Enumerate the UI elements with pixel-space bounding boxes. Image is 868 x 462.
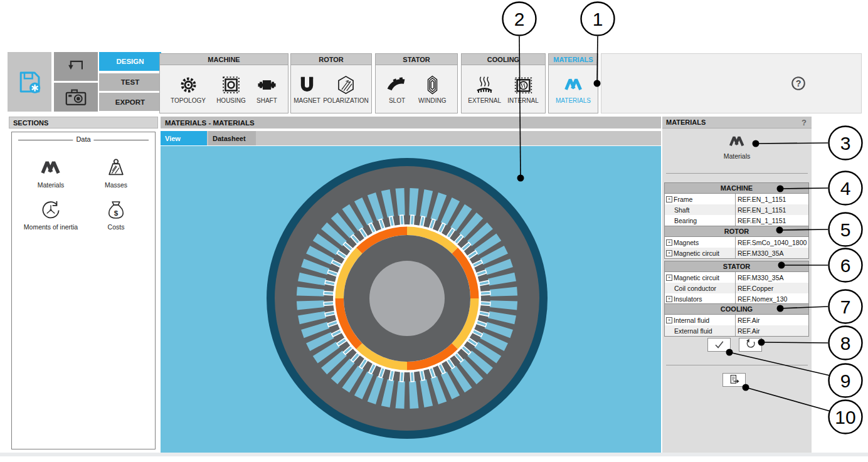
toolbar-group-cooling: COOLINGEXTERNALINTERNAL bbox=[461, 53, 546, 113]
row-label: External fluid bbox=[674, 327, 712, 335]
help-button[interactable]: ? bbox=[789, 74, 808, 93]
row-value: REF.EN_1_1151 bbox=[735, 215, 808, 226]
export-button[interactable] bbox=[722, 373, 746, 387]
material-row-external-fluid[interactable]: External fluidREF.Air bbox=[665, 325, 808, 336]
data-group: Data MaterialsMassesMoments of inertia$C… bbox=[18, 140, 149, 140]
masses-icon bbox=[105, 157, 127, 179]
mode-tab-test[interactable]: TEST bbox=[99, 73, 161, 91]
tab-datasheet[interactable]: Datasheet bbox=[208, 131, 256, 145]
cooling-materials-table: COOLING+Internal fluidREF.AirExternal fl… bbox=[664, 303, 809, 337]
shaft-toolbar-item[interactable]: SHAFT bbox=[257, 75, 277, 104]
callout-number: 7 bbox=[840, 297, 851, 317]
toolbar-item-label: HOUSING bbox=[216, 97, 246, 104]
application-window: DESIGNTESTEXPORT MACHINETOPOLOGYHOUSINGS… bbox=[0, 0, 868, 462]
sections-item-costs[interactable]: $Costs bbox=[83, 199, 149, 231]
callout-circle bbox=[829, 327, 862, 360]
material-row-insulators[interactable]: +InsulatorsREF.Nomex_130 bbox=[665, 293, 808, 304]
camera-icon bbox=[64, 85, 88, 109]
row-value: REF.M330_35A bbox=[735, 248, 808, 258]
expand-icon[interactable]: + bbox=[666, 296, 672, 302]
table-title: STATOR bbox=[665, 261, 808, 272]
material-row-magnets[interactable]: +MagnetsREF.SmCo_1040_1800 bbox=[665, 237, 808, 248]
cooling-external-icon bbox=[474, 75, 495, 95]
table-title: ROTOR bbox=[665, 226, 808, 237]
tab-view[interactable]: View bbox=[161, 131, 207, 145]
table-title: COOLING bbox=[665, 304, 808, 315]
callout-circle bbox=[829, 364, 862, 397]
toolbar-item-label: TOPOLOGY bbox=[171, 97, 206, 104]
slot-toolbar-item[interactable]: SLOT bbox=[387, 75, 408, 104]
material-row-magnetic-circuit[interactable]: +Magnetic circuitREF.M330_35A bbox=[665, 272, 808, 283]
row-value: REF.M330_35A bbox=[735, 272, 808, 283]
inertia-icon bbox=[40, 199, 62, 221]
toolbar-group-rotor: ROTORMAGNETPOLARIZATION bbox=[290, 53, 372, 113]
row-value: REF.EN_1_1151 bbox=[735, 194, 808, 204]
mode-tab-design[interactable]: DESIGN bbox=[99, 52, 161, 71]
shaft-icon bbox=[257, 75, 277, 95]
sections-item-masses[interactable]: Masses bbox=[83, 157, 149, 189]
row-value: REF.Nomex_130 bbox=[735, 293, 808, 304]
callout-number: 2 bbox=[514, 9, 525, 29]
svg-text:?: ? bbox=[796, 78, 802, 88]
callout-number: 6 bbox=[840, 255, 851, 276]
materials-icon bbox=[563, 75, 584, 95]
winding-toolbar-item[interactable]: WINDING bbox=[418, 75, 446, 104]
panel-materials-icon: Materials bbox=[662, 133, 812, 160]
divider bbox=[666, 173, 808, 174]
row-label: Internal fluid bbox=[674, 317, 709, 324]
materials-dark-icon bbox=[728, 133, 746, 150]
return-button[interactable] bbox=[54, 52, 98, 81]
material-row-bearing[interactable]: BearingREF.EN_1_1151 bbox=[665, 215, 808, 226]
shaft bbox=[369, 261, 445, 336]
snapshot-button[interactable] bbox=[54, 83, 98, 112]
costs-icon: $ bbox=[105, 199, 127, 221]
expand-icon[interactable]: + bbox=[666, 196, 672, 202]
sections-item-materials[interactable]: Materials bbox=[18, 157, 83, 189]
material-row-magnetic-circuit[interactable]: +Magnetic circuitREF.M330_35A bbox=[665, 248, 808, 258]
mode-tab-export[interactable]: EXPORT bbox=[99, 93, 161, 111]
callout-number: 1 bbox=[593, 9, 603, 29]
callout-circle bbox=[581, 3, 615, 36]
view-title-bar: MATERIALS - MATERIALS bbox=[161, 117, 661, 129]
panel-help-button[interactable]: ? bbox=[802, 118, 807, 127]
material-row-shaft[interactable]: ShaftREF.EN_1_1151 bbox=[665, 204, 808, 215]
toolbar-item-label: WINDING bbox=[418, 97, 446, 104]
check-icon bbox=[712, 338, 726, 352]
expand-icon[interactable]: + bbox=[666, 275, 672, 281]
rotor-materials-table: ROTOR+MagnetsREF.SmCo_1040_1800+Magnetic… bbox=[664, 226, 809, 259]
material-row-internal-fluid[interactable]: +Internal fluidREF.Air bbox=[665, 315, 808, 325]
sections-item-moments-of-inertia[interactable]: Moments of inertia bbox=[18, 199, 83, 231]
save-button[interactable] bbox=[8, 52, 51, 112]
row-value: REF.Air bbox=[735, 315, 808, 325]
expand-icon[interactable]: + bbox=[666, 317, 672, 323]
sections-panel: Data MaterialsMassesMoments of inertia$C… bbox=[11, 132, 156, 449]
material-row-coil-conductor[interactable]: Coil conductorREF.Copper bbox=[665, 283, 808, 293]
sections-item-label: Moments of inertia bbox=[24, 223, 78, 231]
toolbar-group-title: COOLING bbox=[462, 54, 545, 65]
row-label: Magnetic circuit bbox=[674, 274, 719, 281]
material-row-frame[interactable]: +FrameREF.EN_1_1151 bbox=[665, 194, 808, 204]
toolbar-item-label: POLARIZATION bbox=[323, 97, 369, 104]
toolbar-group-title: STATOR bbox=[376, 54, 457, 65]
callout-number: 3 bbox=[840, 133, 851, 154]
external-toolbar-item[interactable]: EXTERNAL bbox=[468, 75, 501, 104]
magnet-toolbar-item[interactable]: MAGNET bbox=[294, 75, 320, 104]
toolbar-group-title: MATERIALS bbox=[549, 54, 598, 65]
topology-toolbar-item[interactable]: TOPOLOGY bbox=[171, 75, 206, 104]
sections-item-label: Costs bbox=[108, 223, 125, 231]
materials-icon bbox=[728, 133, 746, 150]
row-label: Magnetic circuit bbox=[674, 249, 719, 257]
polarization-toolbar-item[interactable]: POLARIZATION bbox=[323, 75, 369, 104]
reset-button[interactable] bbox=[739, 338, 762, 352]
callout-number: 5 bbox=[840, 219, 851, 240]
view-tabs: ViewDatasheet bbox=[161, 131, 661, 145]
housing-toolbar-item[interactable]: HOUSING bbox=[216, 75, 246, 104]
internal-toolbar-item[interactable]: INTERNAL bbox=[507, 75, 538, 104]
materials-dark-icon bbox=[40, 157, 62, 179]
help-icon: ? bbox=[789, 74, 808, 93]
expand-icon[interactable]: + bbox=[666, 250, 672, 256]
expand-icon[interactable]: + bbox=[666, 239, 672, 246]
machine-cross-section[interactable] bbox=[161, 146, 661, 453]
materials-toolbar-item[interactable]: MATERIALS bbox=[556, 75, 591, 104]
apply-button[interactable] bbox=[707, 338, 731, 352]
